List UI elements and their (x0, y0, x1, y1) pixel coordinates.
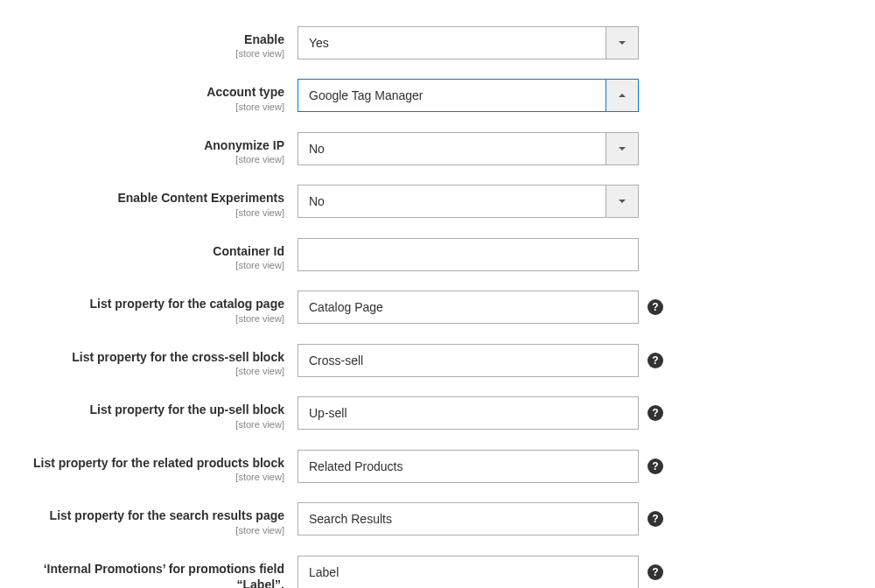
enable-select[interactable] (298, 26, 639, 60)
label-col: List property for the catalog page [stor… (9, 290, 298, 324)
field-label-cross-sell: List property for the cross-sell block (9, 349, 284, 365)
row-cross-sell: List property for the cross-sell block [… (9, 344, 866, 377)
row-anonymize-ip: Anonymize IP [store view] (9, 132, 866, 165)
help-icon[interactable]: ? (648, 458, 663, 474)
cross-sell-input[interactable] (298, 344, 639, 377)
help-icon[interactable]: ? (648, 511, 663, 527)
field-label-anonymize-ip: Anonymize IP (9, 137, 284, 153)
field-label-up-sell: List property for the up-sell block (9, 402, 284, 417)
label-col: ‘Internal Promotions’ for promotions fie… (9, 556, 298, 588)
related-products-input[interactable] (298, 450, 639, 483)
row-related-products: List property for the related products b… (9, 450, 866, 483)
field-scope: [store view] (9, 153, 284, 165)
field-scope: [store view] (9, 365, 284, 377)
label-col: List property for the related products b… (9, 450, 298, 483)
field-label-container-id: Container Id (9, 243, 284, 259)
field-label-related-products: List property for the related products b… (9, 455, 284, 471)
help-icon[interactable]: ? (648, 299, 663, 315)
label-col: Anonymize IP [store view] (9, 132, 298, 165)
label-col: Container Id [store view] (9, 238, 298, 271)
label-col: Enable Content Experiments [store view] (9, 185, 298, 218)
field-scope: [store view] (9, 206, 284, 219)
field-label-search-results: List property for the search results pag… (9, 508, 284, 523)
field-scope: [store view] (9, 524, 284, 536)
label-col: List property for the cross-sell block [… (9, 344, 298, 377)
row-container-id: Container Id [store view] (9, 238, 866, 271)
field-label-catalog-page: List property for the catalog page (9, 296, 284, 312)
up-sell-input[interactable] (298, 396, 639, 430)
row-enable: Enable [store view] (9, 26, 866, 60)
field-scope: [store view] (9, 471, 284, 483)
settings-form: Enable [store view] Account type [store … (9, 26, 866, 588)
label-col: List property for the search results pag… (9, 502, 298, 536)
catalog-page-input[interactable] (298, 290, 639, 324)
anonymize-ip-select[interactable] (298, 132, 639, 165)
field-label-content-experiments: Enable Content Experiments (9, 190, 284, 206)
promotions-label-input[interactable] (298, 556, 639, 588)
row-up-sell: List property for the up-sell block [sto… (9, 396, 866, 430)
field-scope: [store view] (9, 418, 284, 430)
row-account-type: Account type [store view] (9, 79, 866, 112)
label-col: List property for the up-sell block [sto… (9, 396, 298, 430)
row-promotions-label: ‘Internal Promotions’ for promotions fie… (9, 556, 866, 588)
container-id-input[interactable] (298, 238, 639, 271)
row-catalog-page: List property for the catalog page [stor… (9, 290, 866, 324)
help-icon[interactable]: ? (648, 405, 663, 421)
field-scope: [store view] (9, 47, 284, 60)
field-label-promotions: ‘Internal Promotions’ for promotions fie… (9, 561, 284, 588)
label-col: Account type [store view] (9, 79, 298, 112)
account-type-select[interactable] (298, 79, 639, 112)
field-label-enable: Enable (9, 32, 284, 47)
row-search-results: List property for the search results pag… (9, 502, 866, 536)
content-experiments-select[interactable] (298, 185, 639, 218)
field-scope: [store view] (9, 101, 284, 113)
field-label-account-type: Account type (9, 84, 284, 100)
field-scope: [store view] (9, 312, 284, 325)
field-scope: [store view] (9, 259, 284, 271)
label-col: Enable [store view] (9, 26, 298, 60)
row-content-experiments: Enable Content Experiments [store view] (9, 185, 866, 218)
search-results-input[interactable] (298, 502, 639, 536)
help-icon[interactable]: ? (648, 353, 663, 368)
help-icon[interactable]: ? (648, 564, 663, 580)
